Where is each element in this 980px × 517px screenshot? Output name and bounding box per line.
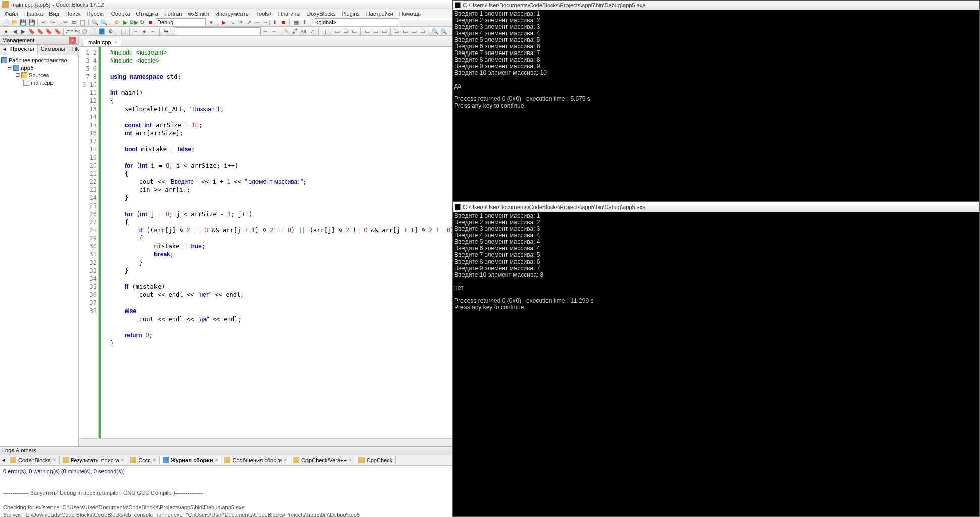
menu-help[interactable]: Помощь <box>398 10 423 17</box>
close-panel-icon[interactable]: × <box>69 37 76 44</box>
build-target-select[interactable]: Debug <box>156 18 206 26</box>
doxy-html-icon[interactable]: 📄 <box>90 28 97 35</box>
layout6-icon[interactable]: ▭ <box>372 28 380 35</box>
logtab-buildmsg[interactable]: Сообщения сборки× <box>221 456 290 464</box>
copy-icon[interactable]: ⧉ <box>70 19 78 26</box>
menu-plugins[interactable]: Плагины <box>277 10 302 17</box>
select-icon[interactable]: ⬚ <box>120 28 127 35</box>
layout10-icon[interactable]: ▭ <box>410 28 418 35</box>
open-icon[interactable]: 📂 <box>11 19 18 26</box>
line-center-icon[interactable]: ● <box>141 28 148 35</box>
scope-select[interactable]: <global> <box>314 18 399 26</box>
layout4-icon[interactable]: ▭ <box>351 28 358 35</box>
menu-settings[interactable]: Настройки <box>365 10 395 17</box>
abc-icon[interactable]: Aa <box>300 28 307 35</box>
logtab-cppcheck2[interactable]: CppCheck <box>355 456 396 464</box>
layout7-icon[interactable]: ▭ <box>381 28 388 35</box>
code-editor[interactable]: #include <iostream> #include <locale> us… <box>107 47 452 438</box>
info-icon[interactable]: ℹ <box>301 19 308 26</box>
log-output[interactable]: 0 error(s), 0 warning(s) (0 minute(s), 0… <box>0 466 452 517</box>
tab-projects[interactable]: Проекты <box>7 45 38 55</box>
tab-symbols[interactable]: Символы <box>38 45 69 55</box>
debug-run-icon[interactable]: ▶ <box>220 19 227 26</box>
console2-titlebar[interactable]: C:\Users\User\Documents\CodeBlocks\Proje… <box>453 202 979 212</box>
jump-icon[interactable]: ↪ <box>162 28 170 35</box>
replace-icon[interactable]: 🔍 <box>100 19 108 26</box>
prev-bookmark-icon[interactable]: ◀ <box>11 28 18 35</box>
symbol-select[interactable] <box>175 27 261 35</box>
layout5-icon[interactable]: ▭ <box>364 28 371 35</box>
next-bookmark-icon[interactable]: ▶ <box>19 28 27 35</box>
nav-fwd-icon[interactable]: → <box>270 28 278 35</box>
layout1-icon[interactable]: ▯ <box>321 28 329 35</box>
undo-icon[interactable]: ↶ <box>40 19 48 26</box>
doxy-icon[interactable]: ⬡ <box>81 28 89 35</box>
menu-debug[interactable]: Отладка <box>135 10 160 17</box>
bookmark-next-icon[interactable]: 🔖 <box>45 28 53 35</box>
menu-doxyblocks[interactable]: DoxyBlocks <box>305 10 337 17</box>
layout9-icon[interactable]: ▭ <box>402 28 409 35</box>
console2-output[interactable]: Введите 1 элемент массива: 1 Введите 2 э… <box>453 212 979 312</box>
tab-scroll-left[interactable]: ◂ <box>0 45 7 55</box>
new-file-icon[interactable]: 📄 <box>2 19 10 26</box>
editor-hscroll[interactable] <box>79 438 452 446</box>
editor-tab-main[interactable]: main.cpp × <box>84 38 121 46</box>
menu-fortran[interactable]: Fortran <box>163 10 183 17</box>
zoom-in-icon[interactable]: 🔍 <box>432 28 439 35</box>
menu-tools[interactable]: Инструменты <box>214 10 251 17</box>
rebuild-icon[interactable]: ↻ <box>138 19 146 26</box>
logtab-cppcheck[interactable]: CppCheck/Vera++× <box>290 456 355 464</box>
layout11-icon[interactable]: ▭ <box>419 28 427 35</box>
menu-plugins-en[interactable]: Plugins <box>340 10 362 17</box>
regex-icon[interactable]: .* <box>308 28 316 35</box>
line-next-icon[interactable]: → <box>149 28 157 35</box>
menu-search[interactable]: Поиск <box>64 10 82 17</box>
pause-icon[interactable]: ⏸ <box>271 19 279 26</box>
menu-file[interactable]: Файл <box>3 10 20 17</box>
nav-back-icon[interactable]: ← <box>262 28 269 35</box>
save-all-icon[interactable]: 💾 <box>28 19 35 26</box>
chevron-down-icon[interactable]: ▾ <box>207 19 215 26</box>
console1-titlebar[interactable]: C:\Users\User\Documents\CodeBlocks\Proje… <box>453 1 979 10</box>
menu-toolsplus[interactable]: Tools+ <box>254 10 274 17</box>
highlight-icon[interactable]: ✎ <box>283 28 290 35</box>
bookmark-clear-icon[interactable]: 🔖 <box>54 28 61 35</box>
logtab-buildlog[interactable]: Журнал сборки× <box>160 456 222 464</box>
tree-folder-sources[interactable]: ⊟Sources <box>1 71 77 79</box>
close-tab-icon[interactable]: × <box>114 40 117 45</box>
step-into-icon[interactable]: ↘ <box>228 19 236 26</box>
find-icon[interactable]: 🔍 <box>91 19 99 26</box>
tree-file-main[interactable]: main.cpp <box>1 79 77 86</box>
layout3-icon[interactable]: ▭ <box>342 28 350 35</box>
build-run-icon[interactable]: ⚙▶ <box>130 19 137 26</box>
logtab-cccc[interactable]: Cccc× <box>127 456 159 464</box>
tree-workspace[interactable]: Рабочее пространство <box>1 56 77 64</box>
menu-build[interactable]: Сборка <box>110 10 132 17</box>
paste-icon[interactable]: 📋 <box>79 19 86 26</box>
logtab-scroll-left[interactable]: ◂ <box>0 456 7 464</box>
save-icon[interactable]: 💾 <box>19 19 27 26</box>
doxy-settings-icon[interactable]: ⚙ <box>107 28 115 35</box>
logtab-search[interactable]: Результаты поиска× <box>60 456 128 464</box>
layout2-icon[interactable]: ▭ <box>334 28 341 35</box>
bookmark-icon[interactable]: 🔖 <box>28 28 35 35</box>
abort-icon[interactable]: ⏹ <box>147 19 154 26</box>
redo-icon[interactable]: ↷ <box>49 19 57 26</box>
debug-windows-icon[interactable]: ▦ <box>292 19 300 26</box>
breakpoint-icon[interactable]: ● <box>2 28 10 35</box>
menu-edit[interactable]: Правка <box>23 10 44 17</box>
tree-project[interactable]: ⊟app5 <box>1 64 77 71</box>
step-over-icon[interactable]: ↷ <box>237 19 244 26</box>
bookmark-prev-icon[interactable]: 🔖 <box>36 28 44 35</box>
menu-wxsmith[interactable]: wxSmith <box>186 10 211 17</box>
build-icon[interactable]: ⚙ <box>113 19 120 26</box>
run-icon[interactable]: ▶ <box>121 19 129 26</box>
stop-icon[interactable]: ⏹ <box>280 19 287 26</box>
step-out-icon[interactable]: ↗ <box>245 19 253 26</box>
zoom-out-icon[interactable]: 🔍 <box>440 28 448 35</box>
cut-icon[interactable]: ✂ <box>62 19 69 26</box>
highlight-color-icon[interactable]: 🖍 <box>291 28 299 35</box>
console1-output[interactable]: Введите 1 элемент массива: 1 Введите 2 э… <box>453 10 979 110</box>
logtab-codeblocks[interactable]: Code::Blocks× <box>7 456 60 464</box>
layout8-icon[interactable]: ▭ <box>393 28 401 35</box>
